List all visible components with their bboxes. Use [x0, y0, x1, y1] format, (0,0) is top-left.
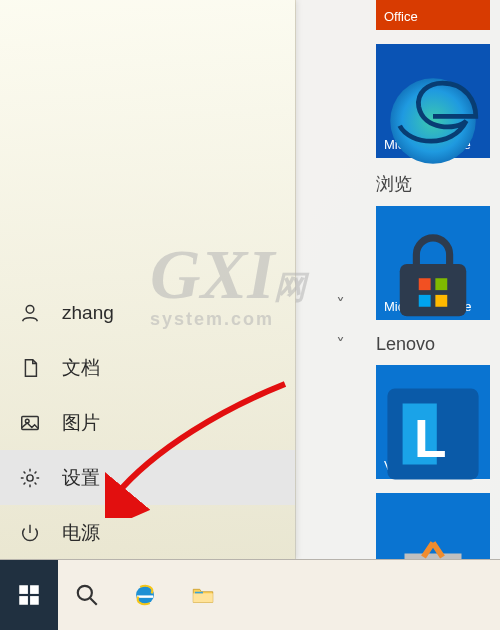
- svg-point-11: [27, 474, 33, 480]
- rail-item-user[interactable]: zhang: [0, 285, 295, 340]
- start-button[interactable]: [0, 560, 58, 630]
- windows-icon: [16, 582, 42, 608]
- svg-rect-9: [22, 416, 39, 429]
- taskbar-ie-button[interactable]: [116, 560, 174, 630]
- pictures-icon: [18, 411, 42, 435]
- tile-label: Office: [384, 9, 482, 24]
- svg-rect-15: [30, 596, 39, 605]
- start-menu-screenshot: ˅ Office Microsoft Edge 浏览 Microsoft Sto…: [0, 0, 500, 630]
- rail-item-power[interactable]: 电源: [0, 505, 295, 560]
- svg-rect-3: [435, 278, 447, 290]
- svg-text:L: L: [414, 409, 447, 468]
- user-icon: [18, 301, 42, 325]
- taskbar-file-explorer-button[interactable]: [174, 560, 232, 630]
- svg-rect-19: [195, 592, 203, 594]
- gear-icon: [18, 466, 42, 490]
- start-tiles-panel: ˅ Office Microsoft Edge 浏览 Microsoft Sto…: [296, 0, 500, 560]
- rail-label: zhang: [62, 302, 114, 324]
- svg-point-16: [78, 586, 92, 600]
- rail-label: 文档: [62, 355, 100, 381]
- taskbar: [0, 559, 500, 630]
- rail-item-documents[interactable]: 文档: [0, 340, 295, 395]
- document-icon: [18, 356, 42, 380]
- start-left-rail: zhang 文档 图片 设置: [0, 0, 295, 560]
- svg-point-8: [26, 305, 34, 313]
- vantage-icon: L: [376, 377, 490, 491]
- svg-rect-18: [193, 593, 213, 602]
- power-icon: [18, 521, 42, 545]
- chevron-down-icon[interactable]: ˅: [336, 294, 490, 316]
- rail-label: 图片: [62, 410, 100, 436]
- chevron-down-icon[interactable]: ˅: [336, 334, 490, 356]
- store-icon: [376, 226, 490, 340]
- tile-office[interactable]: Office: [376, 0, 490, 30]
- rail-item-settings[interactable]: 设置: [0, 450, 295, 505]
- tile-lenovo-vantage[interactable]: L Vantage: [376, 365, 490, 479]
- svg-rect-14: [19, 596, 28, 605]
- rail-label: 电源: [62, 520, 100, 546]
- svg-rect-2: [419, 278, 431, 290]
- svg-rect-13: [30, 585, 39, 594]
- file-explorer-icon: [190, 582, 216, 608]
- edge-icon: [376, 64, 490, 178]
- rail-item-pictures[interactable]: 图片: [0, 395, 295, 450]
- tile-microsoft-edge[interactable]: Microsoft Edge: [376, 44, 490, 158]
- svg-rect-12: [19, 585, 28, 594]
- rail-label: 设置: [62, 465, 100, 491]
- search-icon: [74, 582, 100, 608]
- taskbar-search-button[interactable]: [58, 560, 116, 630]
- internet-explorer-icon: [132, 582, 158, 608]
